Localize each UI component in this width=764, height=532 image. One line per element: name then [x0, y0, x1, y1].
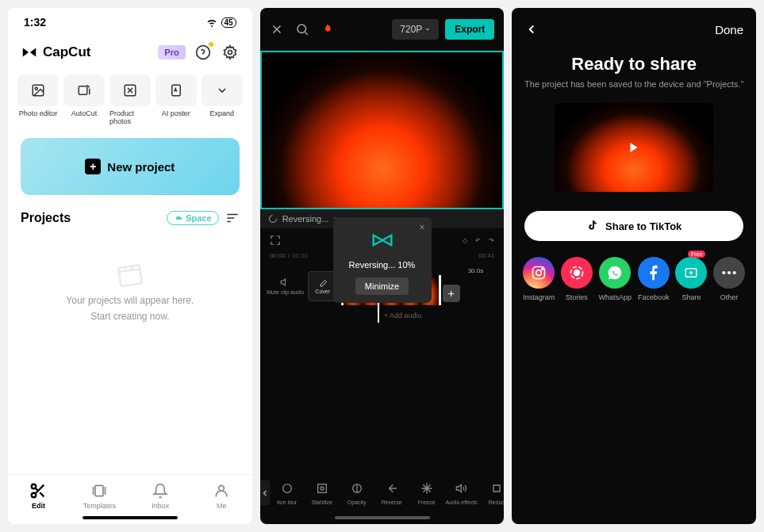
scissors-icon: [29, 482, 47, 499]
chevron-left-icon: [524, 22, 539, 36]
flame-button[interactable]: [321, 22, 333, 36]
expand-button[interactable]: [270, 235, 281, 246]
export-button[interactable]: Export: [445, 19, 494, 40]
help-button[interactable]: [194, 43, 213, 62]
facebook-icon: [645, 264, 662, 281]
minimize-button[interactable]: Minimize: [355, 277, 409, 295]
tools-back-button[interactable]: [260, 480, 270, 505]
tool-photo-editor[interactable]: Photo editor: [17, 75, 59, 125]
done-button[interactable]: Done: [715, 23, 743, 36]
svg-point-24: [722, 271, 725, 274]
tab-inbox[interactable]: Inbox: [130, 481, 191, 510]
flame-icon: [321, 22, 333, 36]
empty-state: Your projects will appear here. Start cr…: [8, 235, 252, 474]
tool-autocut[interactable]: AutoCut: [63, 75, 105, 125]
add-audio-button[interactable]: + Add audio: [381, 308, 505, 323]
share-instagram[interactable]: Instagram: [523, 257, 555, 301]
freeze-icon: [420, 482, 433, 495]
close-button[interactable]: [270, 22, 284, 36]
back-button[interactable]: [524, 22, 539, 36]
edit-icon: [318, 279, 328, 289]
tool-audio-effects[interactable]: Audio effects: [444, 480, 479, 505]
svg-point-22: [574, 270, 580, 276]
undo-button[interactable]: ↶: [475, 237, 481, 244]
reverse-icon: [386, 482, 398, 495]
tool-freeze[interactable]: Freeze: [409, 480, 444, 505]
share-other[interactable]: Other: [713, 257, 745, 301]
audio-icon: [455, 482, 468, 495]
status-right: 45: [205, 16, 236, 29]
tool-motion-blur[interactable]: tion blur: [270, 480, 305, 505]
tool-ai-poster[interactable]: AI poster: [155, 75, 197, 125]
share-share[interactable]: FreeShare: [675, 257, 707, 301]
share-stories[interactable]: Stories: [561, 257, 593, 301]
search-icon: [295, 22, 309, 36]
tab-templates[interactable]: Templates: [69, 481, 130, 510]
dialog-close-button[interactable]: ×: [419, 222, 424, 233]
svg-rect-7: [118, 265, 142, 286]
settings-button[interactable]: [221, 43, 240, 62]
tool-reverse[interactable]: Reverse: [374, 480, 409, 505]
tool-label: Photo editor: [19, 109, 58, 117]
projects-header: Projects Space: [8, 201, 252, 235]
resolution-button[interactable]: 720P: [392, 19, 439, 40]
capcut-icon: [370, 228, 394, 252]
tool-reduce[interactable]: Reduc: [479, 480, 505, 505]
video-preview[interactable]: [260, 51, 505, 209]
svg-point-20: [542, 269, 543, 270]
sort-icon: [225, 211, 240, 225]
tab-me[interactable]: Me: [191, 481, 252, 510]
tool-stabilize[interactable]: Stabilize: [305, 480, 340, 505]
empty-line-2: Start creating now.: [90, 311, 169, 322]
add-clip-button[interactable]: +: [443, 285, 460, 302]
chevron-down-icon: [216, 84, 228, 97]
tool-expand[interactable]: Expand: [202, 75, 243, 125]
play-icon: [631, 143, 638, 152]
redo-button[interactable]: ↷: [489, 237, 494, 244]
search-button[interactable]: [295, 22, 309, 36]
pro-badge[interactable]: Pro: [158, 45, 185, 59]
share-facebook[interactable]: Facebook: [638, 257, 670, 301]
space-button[interactable]: Space: [167, 211, 218, 225]
new-project-button[interactable]: + New project: [21, 138, 240, 195]
sort-button[interactable]: [225, 211, 240, 225]
tab-edit[interactable]: Edit: [8, 481, 69, 510]
photo-editor-icon: [31, 83, 45, 98]
stories-icon: [569, 265, 585, 281]
home-indicator: [335, 516, 430, 519]
free-badge: Free: [688, 251, 705, 258]
opacity-icon: [351, 482, 363, 495]
svg-rect-15: [317, 484, 326, 493]
svg-rect-4: [79, 86, 87, 95]
svg-point-16: [321, 487, 324, 490]
svg-point-3: [35, 87, 37, 90]
mute-clip-audio[interactable]: Mute clip audio: [267, 277, 305, 296]
share-topbar: Done: [512, 8, 756, 51]
svg-point-13: [269, 216, 276, 223]
instagram-icon: [531, 265, 547, 281]
svg-point-19: [536, 270, 542, 276]
svg-point-25: [728, 271, 731, 274]
tiktok-icon: [586, 220, 599, 232]
bell-icon: [152, 483, 168, 499]
share-tiktok-button[interactable]: Share to TikTok: [524, 211, 743, 241]
empty-line-1: Your projects will appear here.: [66, 295, 194, 306]
tool-label: AutoCut: [71, 109, 98, 117]
chevron-left-icon: [260, 488, 270, 498]
ai-poster-icon: [169, 83, 183, 98]
time-total: 00:30: [292, 252, 308, 259]
reduce-icon: [490, 482, 503, 495]
svg-point-1: [228, 51, 232, 55]
share-whatsapp[interactable]: WhatsApp: [599, 257, 632, 301]
tool-opacity[interactable]: Opacity: [340, 480, 374, 505]
svg-point-11: [219, 485, 225, 491]
video-thumbnail[interactable]: [555, 103, 713, 192]
layer-button[interactable]: ◇: [463, 237, 467, 244]
tool-product-photos[interactable]: Product photos: [109, 75, 151, 125]
reversing-dialog: × Reversing... 10% Minimize: [333, 217, 432, 303]
svg-point-14: [282, 484, 291, 493]
tool-label: Product photos: [109, 109, 151, 125]
home-screen: 1:32 45 CapCut Pro Photo editor AutoCut …: [8, 8, 252, 524]
dialog-text: Reversing... 10%: [349, 260, 416, 270]
new-project-label: New project: [107, 160, 175, 174]
